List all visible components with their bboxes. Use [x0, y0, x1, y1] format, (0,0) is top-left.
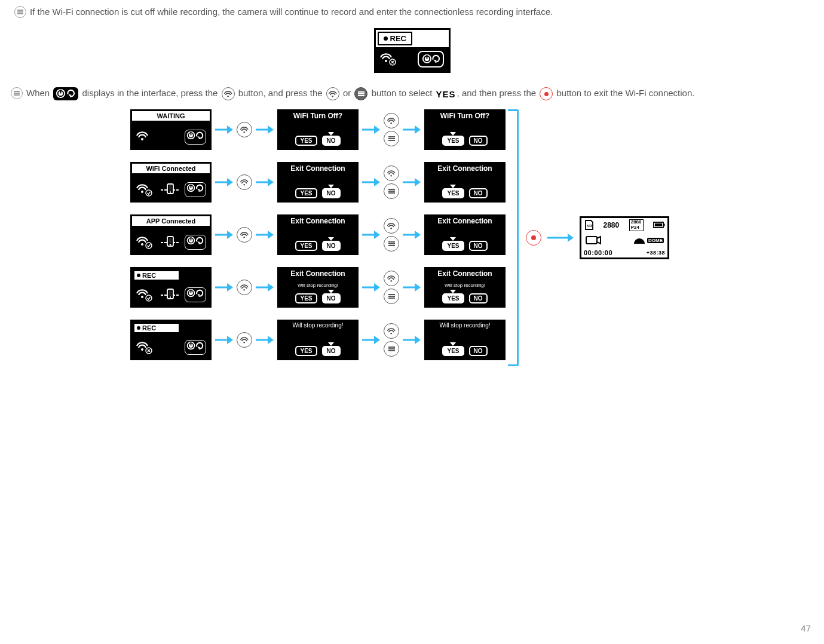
flow-row: APP ConnectedExit ConnectionYESNOExit Co…: [130, 214, 506, 255]
wifi-button-icon: [384, 218, 399, 234]
prompt-screen: Exit ConnectionYESNO: [424, 162, 506, 203]
wifi-button-icon: [384, 165, 399, 181]
arrow-icon: [215, 125, 233, 134]
menu-button-icon: [384, 183, 399, 199]
status-screen: APP Connected: [130, 214, 212, 255]
note-1-text: If the Wi-Fi connection is cut off while…: [30, 5, 553, 19]
yes-button: YES: [295, 241, 317, 251]
no-button: NO: [469, 346, 488, 356]
prompt-screen: Exit ConnectionYESNO: [424, 214, 506, 255]
phone-link-icon: [161, 288, 177, 302]
arrow-icon: [362, 336, 380, 344]
prompt-screen: WiFi Turn Off?YESNO: [424, 109, 506, 150]
status-screen: WAITING: [130, 109, 212, 150]
prompt-screen: Will stop recording!YESNO: [424, 320, 506, 360]
wifi-button-icon: [237, 122, 252, 137]
flow-row: RECWill stop recording!YESNOWill stop re…: [130, 320, 506, 360]
prompt-screen: Exit ConnectionWill stop recording!YESNO: [277, 267, 359, 308]
flow-row: WAITINGWiFi Turn Off?YESNOWiFi Turn Off?…: [130, 109, 506, 150]
power-back-badge-inline: [53, 87, 78, 100]
status-screen: WiFi Connected: [130, 162, 212, 203]
wifi-off-icon: [379, 51, 399, 68]
page-number: 47: [801, 623, 811, 633]
prompt-screen: Will stop recording!YESNO: [277, 320, 359, 360]
wifi-button-icon: [326, 87, 339, 100]
wifi-status-icon: [136, 287, 154, 302]
no-button: NO: [322, 241, 341, 251]
clock-value: +38:38: [647, 250, 665, 256]
arrow-icon: [215, 336, 233, 344]
wifi-button-icon: [237, 227, 252, 243]
wifi-button-icon: [237, 332, 252, 348]
wifi-button-icon: [384, 323, 399, 339]
arrow-icon: [547, 234, 574, 242]
note-2: When displays in the interface, press th…: [11, 86, 813, 101]
arrow-icon: [403, 336, 421, 344]
yes-button: YES: [442, 188, 464, 198]
yes-button: YES: [442, 346, 464, 356]
prompt-screen: Exit ConnectionWill stop recording!YESNO: [424, 267, 506, 308]
arrow-icon: [362, 231, 380, 239]
yes-button: YES: [295, 188, 317, 198]
no-button: NO: [469, 293, 488, 303]
power-back-badge: [185, 130, 206, 145]
no-button: NO: [469, 188, 488, 198]
arrow-icon: [403, 178, 421, 186]
no-button: NO: [322, 136, 341, 146]
note-icon: [11, 87, 23, 99]
power-back-badge: [185, 340, 206, 355]
arrow-icon: [362, 125, 380, 134]
record-button-icon: [540, 87, 553, 100]
no-button: NO: [469, 241, 488, 251]
note-1: If the Wi-Fi connection is cut off while…: [14, 5, 813, 19]
arrow-icon: [403, 283, 421, 292]
menu-button-icon: [384, 341, 399, 357]
arrow-icon: [362, 178, 380, 186]
wifi-menu-buttons: [384, 323, 399, 357]
phone-link-icon: [161, 183, 177, 197]
flow-row: WiFi ConnectedExit ConnectionYESNOExit C…: [130, 162, 506, 203]
menu-button-icon: [384, 236, 399, 252]
wifi-menu-buttons: [384, 165, 399, 199]
flow-diagram: WAITINGWiFi Turn Off?YESNOWiFi Turn Off?…: [130, 109, 813, 366]
arrow-icon: [215, 178, 233, 186]
power-back-badge: [185, 235, 206, 250]
wifi-button-icon: [222, 87, 235, 100]
wifi-status-icon: [136, 340, 154, 355]
note-icon: [14, 6, 26, 18]
yes-button: YES: [295, 293, 317, 303]
no-button: NO: [322, 188, 341, 198]
record-button-icon: [526, 230, 541, 246]
power-back-badge: [418, 51, 444, 68]
arrow-icon: [256, 125, 274, 134]
prompt-screen: Exit ConnectionYESNO: [277, 214, 359, 255]
wifi-button-icon: [384, 271, 399, 286]
wifi-button-icon: [237, 174, 252, 190]
time-value: 00:00:00: [584, 249, 612, 256]
rec-screenshot: REC: [11, 28, 813, 73]
menu-button-icon: [354, 87, 367, 100]
yes-button: YES: [295, 346, 317, 356]
wifi-status-icon: [136, 130, 154, 145]
power-back-badge: [185, 182, 206, 197]
arrow-icon: [403, 231, 421, 239]
wifi-status-icon: [136, 235, 154, 250]
arrow-icon: [256, 231, 274, 239]
res-value: 2880: [604, 221, 620, 229]
yes-button: YES: [295, 136, 317, 146]
arrow-icon: [256, 283, 274, 292]
no-button: NO: [469, 136, 488, 146]
arrow-icon: [215, 283, 233, 292]
prompt-screen: Exit ConnectionYESNO: [277, 162, 359, 203]
no-button: NO: [322, 293, 341, 303]
arrow-icon: [362, 283, 380, 292]
menu-button-icon: [384, 131, 399, 146]
arrow-icon: [256, 178, 274, 186]
wifi-menu-buttons: [384, 271, 399, 304]
note-2-text: When displays in the interface, press th…: [26, 86, 694, 101]
wifi-menu-buttons: [384, 218, 399, 252]
wifi-menu-buttons: [384, 113, 399, 146]
rec-chip-label: REC: [390, 34, 406, 43]
status-screen: REC: [130, 267, 212, 308]
arrow-icon: [403, 125, 421, 134]
